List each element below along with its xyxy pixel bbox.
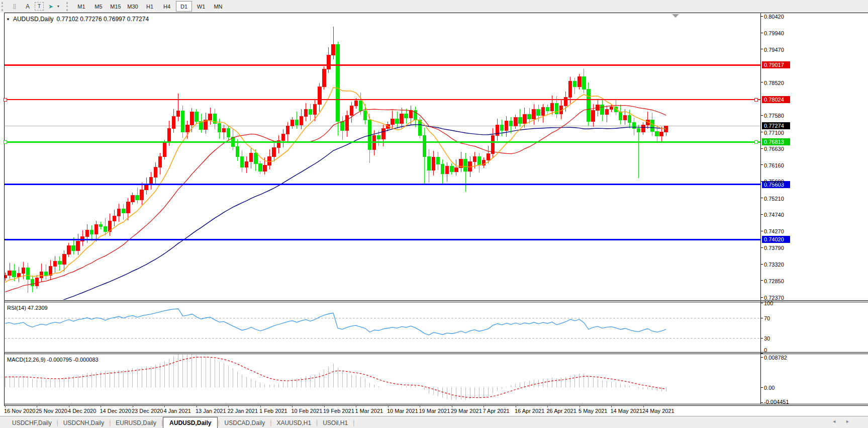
chart-shift-marker-icon[interactable] — [672, 14, 679, 18]
candle-body — [181, 111, 184, 132]
candle-body — [176, 111, 179, 116]
macd-indicator-label: MACD(12,26,9) -0.000795 -0.000083 — [7, 357, 99, 363]
ma-slow-line — [5, 125, 666, 318]
candle-body — [17, 274, 20, 277]
rsi-indicator-label: RSI(14) 47.2309 — [7, 305, 48, 311]
candle-body — [491, 136, 494, 154]
candle-body — [568, 81, 571, 97]
candle-body — [632, 122, 635, 129]
candle-body — [113, 216, 116, 221]
candle-body — [323, 69, 326, 87]
trading-terminal-window: ⣿ A T ➤ ▾ M1M5M15M30H1H4D1W1MN ▼ AUDUSD,… — [0, 0, 868, 428]
candle-body — [318, 87, 321, 104]
tab-scroll-left-icon[interactable]: ◄ — [832, 419, 845, 424]
candle-body — [291, 120, 294, 126]
candle-body — [642, 125, 645, 132]
candle-body — [473, 156, 476, 161]
candle-body — [136, 196, 139, 200]
candle-body — [163, 142, 166, 156]
candle-body — [464, 159, 467, 172]
rsi-line — [5, 309, 666, 335]
line-drag-handle[interactable] — [754, 98, 757, 101]
candle-body — [391, 119, 394, 124]
candle-body — [532, 109, 535, 119]
candle-body — [245, 162, 248, 167]
candle-body — [250, 153, 253, 161]
candle-body — [610, 107, 613, 110]
candle-body — [222, 129, 225, 132]
candle-body — [26, 268, 29, 280]
candle-body — [281, 134, 284, 141]
candle-body — [605, 109, 608, 114]
candle-body — [218, 123, 221, 132]
candle-body — [254, 153, 257, 163]
candle-body — [450, 166, 453, 172]
candle-body — [63, 254, 66, 264]
line-drag-handle[interactable] — [4, 98, 7, 101]
candle-body — [500, 125, 503, 130]
candle-body — [510, 121, 513, 126]
candle-body — [295, 120, 298, 125]
candle-body — [487, 154, 490, 160]
candle-body — [314, 104, 317, 115]
candle-body — [209, 114, 212, 120]
candle-body — [477, 156, 480, 165]
tab-scroll-arrows[interactable]: ◄► — [832, 419, 859, 424]
candle-body — [363, 111, 366, 120]
chart-tab-usdcad[interactable]: USDCAD,Daily — [220, 417, 270, 428]
candle-body — [99, 225, 102, 226]
candle-body — [341, 122, 344, 130]
tab-separator: | — [353, 416, 354, 428]
chart-tab-xauusd[interactable]: XAUUSD,H1 — [271, 417, 316, 428]
candle-body — [368, 120, 371, 149]
chart-tab-audusd[interactable]: AUDUSD,Daily — [163, 417, 218, 428]
tab-scroll-right-icon[interactable]: ► — [845, 419, 859, 424]
candle-body — [660, 132, 663, 136]
candle-body — [541, 108, 544, 115]
candle-body — [272, 148, 275, 156]
candle-body — [354, 101, 357, 106]
chart-tab-usdchf[interactable]: USDCHF,Daily — [7, 417, 57, 428]
line-drag-handle[interactable] — [754, 140, 757, 143]
candle-body — [149, 178, 152, 184]
chart-tab-eurusd[interactable]: EURUSD,Daily — [111, 417, 161, 428]
candle-body — [637, 129, 640, 132]
candle-body — [546, 108, 549, 111]
candle-body — [8, 271, 11, 275]
candle-body — [436, 157, 439, 164]
candle-body — [140, 190, 143, 200]
candle-body — [35, 278, 38, 286]
candle-body — [587, 90, 590, 122]
candle-body — [154, 167, 157, 178]
candle-body — [332, 45, 335, 55]
line-drag-handle[interactable] — [4, 140, 7, 143]
candle-body — [236, 147, 239, 156]
candle-body — [409, 111, 412, 118]
candle-body — [345, 115, 348, 130]
candle-body — [172, 116, 175, 128]
candle-body — [505, 121, 508, 130]
candle-body — [167, 129, 170, 143]
candle-body — [519, 117, 522, 123]
candle-body — [22, 268, 25, 274]
candle-body — [85, 230, 88, 237]
chart-canvas[interactable] — [0, 0, 868, 428]
candle-body — [227, 129, 230, 137]
candle-body — [427, 156, 430, 170]
candle-body — [446, 166, 449, 174]
candle-body — [118, 209, 121, 216]
candle-body — [350, 106, 353, 115]
chart-tab-bar: USDCHF,Daily|USDCNH,Daily|EURUSD,Daily|A… — [0, 416, 868, 428]
chart-tab-usoil[interactable]: USOil,H1 — [318, 417, 353, 428]
candle-body — [455, 167, 458, 172]
candle-body — [601, 105, 604, 114]
candle-body — [131, 196, 134, 202]
candle-body — [655, 131, 658, 136]
candle-body — [195, 112, 198, 121]
candle-body — [67, 245, 70, 254]
candle-body — [72, 245, 75, 250]
chart-tab-usdcnh[interactable]: USDCNH,Daily — [58, 417, 109, 428]
candle-body — [423, 136, 426, 157]
candle-body — [327, 55, 330, 69]
candle-body — [628, 115, 631, 122]
